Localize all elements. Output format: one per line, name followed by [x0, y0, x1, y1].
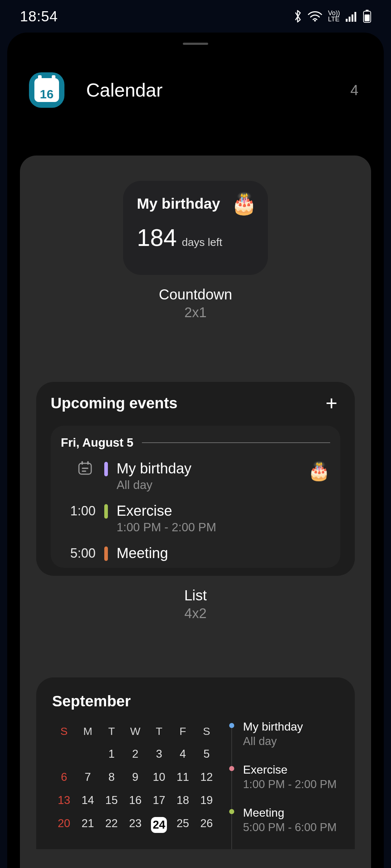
dow-cell: F: [171, 720, 195, 743]
day-cell: 23: [123, 812, 147, 838]
day-cell: [76, 743, 100, 766]
day-cell: 6: [52, 766, 76, 789]
countdown-unit: days left: [182, 236, 222, 248]
day-cell: 14: [76, 789, 100, 812]
event-time: 1:00: [61, 503, 96, 519]
battery-icon: [363, 10, 371, 23]
widget-countdown[interactable]: My birthday 🎂 184 days left Countdown 2x…: [36, 181, 355, 320]
countdown-value: 184: [137, 224, 177, 251]
event-sub: 1:00 PM - 2:00 PM: [117, 520, 330, 534]
event-row: My birthday All day 🎂: [61, 460, 330, 492]
wifi-icon: [308, 11, 322, 22]
header: 16 Calendar 4: [7, 33, 384, 129]
svg-rect-7: [365, 14, 370, 21]
page-title: Calendar: [86, 79, 350, 101]
widget-month[interactable]: September SMTWTFS 1234567891011121314151…: [36, 677, 355, 849]
event-name: Exercise: [117, 503, 330, 519]
widget-list[interactable]: My birthday 🎂 184 days left Countdown 2x…: [20, 156, 371, 868]
day-cell: 22: [100, 812, 123, 838]
day-cell: 5: [195, 743, 219, 766]
month-events: My birthday All day Exercise 1:00 PM - 2…: [229, 720, 339, 849]
day-cell: 15: [100, 789, 123, 812]
day-cell: 4: [171, 743, 195, 766]
calendar-app-icon-day: 16: [34, 78, 59, 102]
status-time: 18:54: [20, 8, 58, 25]
day-cell: 11: [171, 766, 195, 789]
bluetooth-icon: [293, 9, 303, 23]
widget-list-item[interactable]: Upcoming events + Fri, August 5: [36, 382, 355, 621]
sheet-grip[interactable]: [183, 43, 208, 45]
list-label: List: [184, 587, 207, 604]
countdown-size: 2x1: [184, 305, 206, 320]
day-cell: 25: [171, 812, 195, 838]
day-cell: 26: [195, 812, 219, 838]
cake-icon: 🎂: [231, 191, 257, 216]
month-event-row: My birthday All day: [229, 720, 339, 748]
status-bar: 18:54 Vo)) LTE: [0, 0, 391, 33]
dow-cell: S: [195, 720, 219, 743]
calendar-grid: SMTWTFS 12345678910111213141516171819202…: [52, 720, 218, 849]
day-cell: 1: [100, 743, 123, 766]
event-color-bar: [104, 462, 108, 476]
list-size: 4x2: [184, 606, 206, 621]
event-dot: [229, 723, 234, 728]
event-row: 1:00 Exercise 1:00 PM - 2:00 PM: [61, 503, 330, 534]
dow-cell: M: [76, 720, 100, 743]
day-cell: 10: [147, 766, 171, 789]
svg-rect-9: [81, 461, 83, 465]
network-lte-icon: Vo)) LTE: [328, 10, 340, 22]
list-title: Upcoming events: [51, 395, 177, 412]
event-name: My birthday: [117, 460, 304, 477]
day-cell: 3: [147, 743, 171, 766]
month-title: September: [52, 693, 339, 710]
countdown-preview: My birthday 🎂 184 days left: [123, 181, 268, 275]
day-cell: 20: [52, 812, 76, 838]
event-row: 5:00 Meeting: [61, 545, 330, 561]
list-preview: Upcoming events + Fri, August 5: [36, 382, 355, 576]
calendar-app-icon: 16: [29, 72, 64, 108]
list-date: Fri, August 5: [61, 436, 133, 450]
day-cell: 7: [76, 766, 100, 789]
dow-cell: T: [100, 720, 123, 743]
event-color-bar: [104, 504, 108, 519]
dow-cell: S: [52, 720, 76, 743]
svg-rect-12: [82, 471, 86, 472]
countdown-label: Countdown: [159, 286, 232, 303]
event-sub: All day: [117, 478, 304, 492]
svg-rect-10: [87, 461, 89, 465]
add-event-icon[interactable]: +: [323, 396, 340, 410]
day-cell: 24: [147, 812, 171, 838]
svg-rect-2: [349, 17, 350, 22]
day-cell: 18: [171, 789, 195, 812]
dow-cell: T: [147, 720, 171, 743]
day-cell: 12: [195, 766, 219, 789]
dow-cell: W: [123, 720, 147, 743]
month-event-row: Exercise 1:00 PM - 2:00 PM: [229, 763, 339, 791]
widget-picker-sheet: 16 Calendar 4 My birthday 🎂 184 days lef…: [7, 33, 384, 868]
widget-count: 4: [350, 82, 362, 98]
day-cell: 17: [147, 789, 171, 812]
svg-rect-4: [354, 12, 356, 22]
divider: [142, 442, 330, 443]
month-preview: September SMTWTFS 1234567891011121314151…: [36, 677, 355, 849]
cake-icon: 🎂: [308, 460, 330, 481]
signal-icon: [346, 11, 358, 22]
day-cell: 2: [123, 743, 147, 766]
day-cell: 16: [123, 789, 147, 812]
event-name: Meeting: [117, 545, 330, 561]
day-cell: [52, 743, 76, 766]
event-time: 5:00: [61, 545, 96, 561]
event-dot: [229, 809, 234, 814]
event-dot: [229, 766, 234, 771]
svg-rect-11: [82, 468, 88, 469]
month-event-row: Meeting 5:00 PM - 6:00 PM: [229, 806, 339, 834]
day-cell: 19: [195, 789, 219, 812]
all-day-icon: [61, 460, 96, 476]
svg-rect-3: [352, 14, 353, 22]
day-cell: 21: [76, 812, 100, 838]
day-cell: 13: [52, 789, 76, 812]
svg-rect-1: [346, 19, 348, 22]
svg-point-0: [314, 20, 316, 22]
day-cell: 8: [100, 766, 123, 789]
day-cell: 9: [123, 766, 147, 789]
